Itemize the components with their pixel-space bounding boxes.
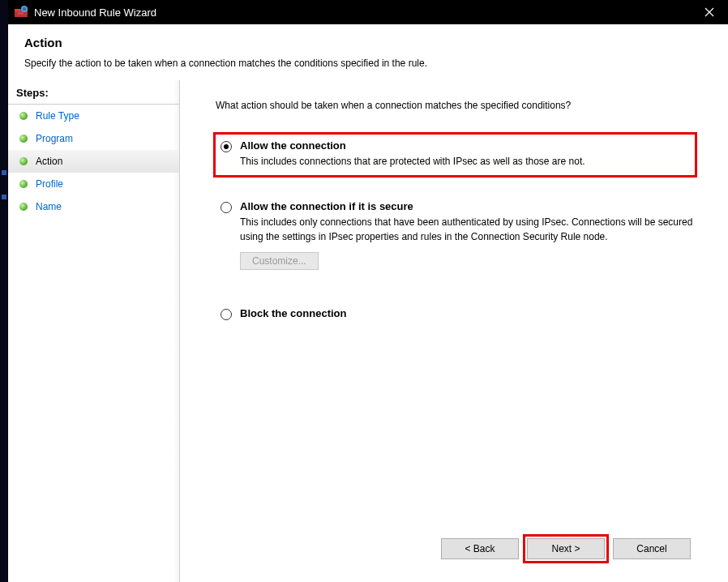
window-title: New Inbound Rule Wizard: [34, 6, 691, 19]
back-button[interactable]: < Back: [441, 538, 519, 559]
content-pane: What action should be taken when a conne…: [180, 80, 728, 582]
cancel-button[interactable]: Cancel: [613, 538, 691, 559]
step-bullet-icon: [19, 203, 28, 211]
radio-block[interactable]: [221, 309, 232, 320]
svg-rect-1: [15, 9, 20, 11]
option-desc: This includes only connections that have…: [240, 216, 699, 244]
edge-marker: [2, 170, 6, 175]
option-allow-secure[interactable]: Allow the connection if it is secure Thi…: [216, 195, 705, 276]
page-header: Action Specify the action to be taken wh…: [8, 24, 728, 80]
next-button[interactable]: Next >: [527, 538, 605, 559]
step-profile[interactable]: Profile: [8, 173, 179, 195]
page-subtitle: Specify the action to be taken when a co…: [24, 58, 712, 69]
page-title: Action: [24, 36, 712, 49]
option-title: Block the connection: [240, 307, 699, 319]
step-program[interactable]: Program: [8, 127, 179, 150]
close-button[interactable]: [691, 0, 728, 24]
option-body: Block the connection: [240, 307, 699, 323]
option-block[interactable]: Block the connection: [216, 302, 705, 329]
step-label: Name: [36, 201, 62, 212]
step-bullet-icon: [19, 112, 28, 120]
option-desc: This includes connections that are prote…: [240, 155, 688, 169]
steps-sidebar: Steps: Rule Type Program Action Profile …: [8, 80, 180, 582]
option-title: Allow the connection: [240, 139, 688, 152]
step-bullet-icon: [19, 135, 28, 143]
radio-allow-secure[interactable]: [221, 202, 232, 213]
option-title: Allow the connection if it is secure: [240, 200, 699, 212]
wizard-body: Steps: Rule Type Program Action Profile …: [8, 80, 728, 582]
left-strip: [0, 0, 8, 582]
step-label: Profile: [36, 178, 63, 190]
step-name[interactable]: Name: [8, 195, 179, 218]
svg-rect-3: [18, 12, 24, 15]
option-allow[interactable]: Allow the connection This includes conne…: [213, 132, 697, 178]
edge-marker: [2, 195, 6, 199]
step-bullet-icon: [19, 180, 28, 188]
option-body: Allow the connection if it is secure Thi…: [240, 200, 699, 270]
content-prompt: What action should be taken when a conne…: [216, 100, 705, 111]
firewall-icon: [15, 6, 28, 19]
step-action[interactable]: Action: [8, 150, 179, 173]
radio-allow[interactable]: [221, 141, 232, 152]
option-body: Allow the connection This includes conne…: [240, 139, 688, 169]
step-label: Action: [36, 156, 62, 167]
wizard-window: New Inbound Rule Wizard Action Specify t…: [8, 0, 728, 582]
step-label: Program: [36, 133, 73, 144]
svg-point-5: [23, 7, 26, 11]
steps-heading: Steps:: [8, 83, 179, 105]
step-rule-type[interactable]: Rule Type: [8, 105, 179, 127]
titlebar: New Inbound Rule Wizard: [8, 0, 728, 24]
step-label: Rule Type: [36, 110, 79, 122]
customize-button: Customize...: [240, 252, 319, 270]
wizard-footer: < Back Next > Cancel: [216, 530, 705, 574]
step-bullet-icon: [19, 157, 28, 165]
